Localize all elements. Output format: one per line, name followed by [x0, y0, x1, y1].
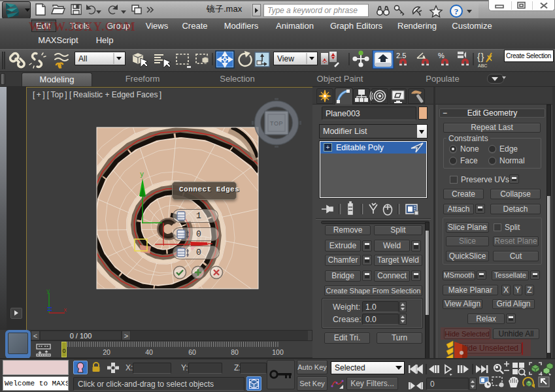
svg-text:40: 40: [145, 348, 153, 356]
svg-text:2.5: 2.5: [396, 52, 406, 59]
svg-text:y: y: [46, 288, 50, 295]
svg-text:20: 20: [103, 348, 110, 356]
svg-text:?: ?: [454, 7, 459, 16]
svg-text:x: x: [63, 307, 67, 314]
svg-text:ABC: ABC: [478, 63, 487, 68]
svg-text:TOP: TOP: [270, 120, 283, 127]
svg-text:60: 60: [188, 348, 196, 356]
svg-text:{ }: { }: [477, 52, 484, 62]
svg-text:y: y: [140, 171, 144, 178]
svg-text:80: 80: [231, 348, 239, 356]
svg-text:100: 100: [272, 348, 284, 356]
svg-text:All: All: [78, 54, 87, 63]
svg-text:%: %: [438, 52, 445, 59]
svg-text:View: View: [277, 54, 294, 63]
